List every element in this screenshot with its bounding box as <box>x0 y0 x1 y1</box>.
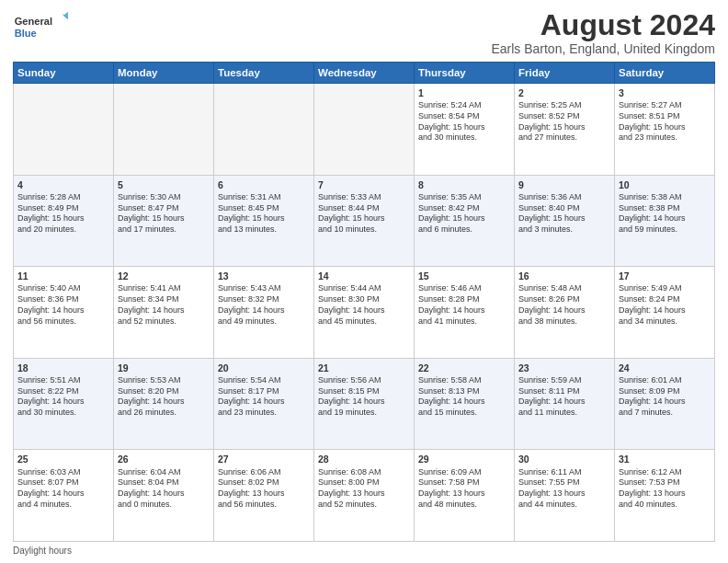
day-cell-5-5: 29Sunrise: 6:09 AM Sunset: 7:58 PM Dayli… <box>415 450 515 542</box>
day-cell-1-4 <box>314 84 415 176</box>
day-info: Sunrise: 6:06 AM Sunset: 8:02 PM Dayligh… <box>218 467 310 511</box>
day-cell-3-6: 16Sunrise: 5:48 AM Sunset: 8:26 PM Dayli… <box>515 267 615 359</box>
day-cell-3-7: 17Sunrise: 5:49 AM Sunset: 8:24 PM Dayli… <box>615 267 715 359</box>
day-cell-2-2: 5Sunrise: 5:30 AM Sunset: 8:47 PM Daylig… <box>114 175 214 267</box>
day-number: 14 <box>318 270 410 282</box>
day-cell-3-2: 12Sunrise: 5:41 AM Sunset: 8:34 PM Dayli… <box>114 267 214 359</box>
day-info: Sunrise: 6:11 AM Sunset: 7:55 PM Dayligh… <box>518 467 610 511</box>
day-cell-3-5: 15Sunrise: 5:46 AM Sunset: 8:28 PM Dayli… <box>415 267 515 359</box>
day-info: Sunrise: 5:49 AM Sunset: 8:24 PM Dayligh… <box>619 283 711 327</box>
day-number: 18 <box>17 362 109 374</box>
svg-text:Blue: Blue <box>15 28 37 39</box>
day-info: Sunrise: 5:43 AM Sunset: 8:32 PM Dayligh… <box>218 283 310 327</box>
day-cell-4-2: 19Sunrise: 5:53 AM Sunset: 8:20 PM Dayli… <box>114 358 214 450</box>
day-info: Sunrise: 5:30 AM Sunset: 8:47 PM Dayligh… <box>118 192 210 236</box>
week-row-1: 1Sunrise: 5:24 AM Sunset: 8:54 PM Daylig… <box>14 84 715 176</box>
title-block: August 2024 Earls Barton, England, Unite… <box>491 9 715 56</box>
day-number: 31 <box>619 453 711 465</box>
day-info: Sunrise: 5:36 AM Sunset: 8:40 PM Dayligh… <box>518 192 610 236</box>
day-cell-1-3 <box>214 84 314 176</box>
svg-text:General: General <box>15 16 52 27</box>
day-info: Sunrise: 5:51 AM Sunset: 8:22 PM Dayligh… <box>17 375 109 419</box>
day-cell-2-5: 8Sunrise: 5:35 AM Sunset: 8:42 PM Daylig… <box>415 175 515 267</box>
day-number: 25 <box>17 453 109 465</box>
day-number: 21 <box>318 362 410 374</box>
day-info: Sunrise: 5:58 AM Sunset: 8:13 PM Dayligh… <box>418 375 510 419</box>
day-cell-4-1: 18Sunrise: 5:51 AM Sunset: 8:22 PM Dayli… <box>14 358 114 450</box>
day-number: 2 <box>518 86 610 99</box>
header-thursday: Thursday <box>415 63 515 84</box>
day-cell-4-6: 23Sunrise: 5:59 AM Sunset: 8:11 PM Dayli… <box>515 358 615 450</box>
day-cell-3-1: 11Sunrise: 5:40 AM Sunset: 8:36 PM Dayli… <box>14 267 114 359</box>
day-cell-1-7: 3Sunrise: 5:27 AM Sunset: 8:51 PM Daylig… <box>615 84 715 176</box>
header-friday: Friday <box>515 63 615 84</box>
day-cell-5-2: 26Sunrise: 6:04 AM Sunset: 8:04 PM Dayli… <box>114 450 214 542</box>
day-cell-1-1 <box>14 84 114 176</box>
week-row-5: 25Sunrise: 6:03 AM Sunset: 8:07 PM Dayli… <box>14 450 715 542</box>
day-info: Sunrise: 6:01 AM Sunset: 8:09 PM Dayligh… <box>619 375 711 419</box>
logo-svg: General Blue <box>13 9 68 44</box>
day-cell-2-7: 10Sunrise: 5:38 AM Sunset: 8:38 PM Dayli… <box>615 175 715 267</box>
day-cell-2-3: 6Sunrise: 5:31 AM Sunset: 8:45 PM Daylig… <box>214 175 314 267</box>
week-row-2: 4Sunrise: 5:28 AM Sunset: 8:49 PM Daylig… <box>14 175 715 267</box>
day-number: 15 <box>418 270 510 282</box>
day-info: Sunrise: 6:09 AM Sunset: 7:58 PM Dayligh… <box>418 467 510 511</box>
day-cell-3-4: 14Sunrise: 5:44 AM Sunset: 8:30 PM Dayli… <box>314 267 415 359</box>
header-tuesday: Tuesday <box>214 63 314 84</box>
header-saturday: Saturday <box>615 63 715 84</box>
header-wednesday: Wednesday <box>314 63 415 84</box>
day-info: Sunrise: 5:56 AM Sunset: 8:15 PM Dayligh… <box>318 375 410 419</box>
day-number: 19 <box>118 362 210 374</box>
day-info: Sunrise: 5:24 AM Sunset: 8:54 PM Dayligh… <box>418 100 510 144</box>
day-number: 13 <box>218 270 310 282</box>
day-info: Sunrise: 6:08 AM Sunset: 8:00 PM Dayligh… <box>318 467 410 511</box>
day-info: Sunrise: 5:25 AM Sunset: 8:52 PM Dayligh… <box>518 100 610 144</box>
day-cell-4-3: 20Sunrise: 5:54 AM Sunset: 8:17 PM Dayli… <box>214 358 314 450</box>
day-number: 30 <box>518 453 610 465</box>
day-info: Sunrise: 5:31 AM Sunset: 8:45 PM Dayligh… <box>218 192 310 236</box>
day-number: 3 <box>619 86 711 99</box>
day-number: 23 <box>518 362 610 374</box>
header-monday: Monday <box>114 63 214 84</box>
day-number: 28 <box>318 453 410 465</box>
day-cell-4-5: 22Sunrise: 5:58 AM Sunset: 8:13 PM Dayli… <box>415 358 515 450</box>
svg-marker-3 <box>63 12 68 20</box>
day-cell-4-7: 24Sunrise: 6:01 AM Sunset: 8:09 PM Dayli… <box>615 358 715 450</box>
page: General Blue August 2024 Earls Barton, E… <box>0 0 728 563</box>
day-info: Sunrise: 5:41 AM Sunset: 8:34 PM Dayligh… <box>118 283 210 327</box>
day-number: 5 <box>118 178 210 191</box>
day-info: Sunrise: 5:48 AM Sunset: 8:26 PM Dayligh… <box>518 283 610 327</box>
day-number: 22 <box>418 362 510 374</box>
calendar-table: SundayMondayTuesdayWednesdayThursdayFrid… <box>13 62 715 542</box>
day-cell-5-6: 30Sunrise: 6:11 AM Sunset: 7:55 PM Dayli… <box>515 450 615 542</box>
day-number: 4 <box>17 178 109 191</box>
week-row-3: 11Sunrise: 5:40 AM Sunset: 8:36 PM Dayli… <box>14 267 715 359</box>
day-cell-2-1: 4Sunrise: 5:28 AM Sunset: 8:49 PM Daylig… <box>14 175 114 267</box>
header: General Blue August 2024 Earls Barton, E… <box>13 9 715 56</box>
day-number: 16 <box>518 270 610 282</box>
day-cell-4-4: 21Sunrise: 5:56 AM Sunset: 8:15 PM Dayli… <box>314 358 415 450</box>
day-number: 24 <box>619 362 711 374</box>
day-number: 12 <box>118 270 210 282</box>
day-number: 9 <box>518 178 610 191</box>
day-number: 11 <box>17 270 109 282</box>
day-info: Sunrise: 5:59 AM Sunset: 8:11 PM Dayligh… <box>518 375 610 419</box>
day-number: 6 <box>218 178 310 191</box>
main-title: August 2024 <box>491 9 715 41</box>
day-number: 27 <box>218 453 310 465</box>
day-cell-5-4: 28Sunrise: 6:08 AM Sunset: 8:00 PM Dayli… <box>314 450 415 542</box>
day-number: 10 <box>619 178 711 191</box>
day-info: Sunrise: 6:12 AM Sunset: 7:53 PM Dayligh… <box>619 467 711 511</box>
subtitle: Earls Barton, England, United Kingdom <box>491 41 715 56</box>
day-number: 29 <box>418 453 510 465</box>
day-number: 1 <box>418 86 510 99</box>
calendar-header-row: SundayMondayTuesdayWednesdayThursdayFrid… <box>14 63 715 84</box>
day-cell-1-6: 2Sunrise: 5:25 AM Sunset: 8:52 PM Daylig… <box>515 84 615 176</box>
day-cell-5-3: 27Sunrise: 6:06 AM Sunset: 8:02 PM Dayli… <box>214 450 314 542</box>
day-info: Sunrise: 5:38 AM Sunset: 8:38 PM Dayligh… <box>619 192 711 236</box>
day-info: Sunrise: 5:33 AM Sunset: 8:44 PM Dayligh… <box>318 192 410 236</box>
day-cell-1-5: 1Sunrise: 5:24 AM Sunset: 8:54 PM Daylig… <box>415 84 515 176</box>
day-number: 7 <box>318 178 410 191</box>
day-cell-1-2 <box>114 84 214 176</box>
day-number: 8 <box>418 178 510 191</box>
